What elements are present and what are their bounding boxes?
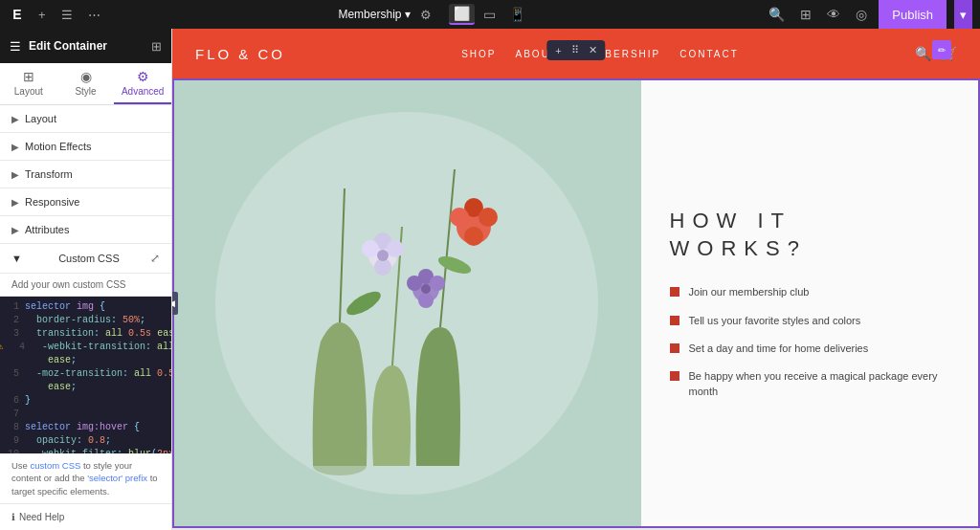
tab-layout[interactable]: ⊞ Layout (0, 63, 57, 104)
left-panel: ☰ Edit Container ⊞ ⊞ Layout ◉ Style ⚙ Ad… (0, 29, 172, 530)
list-view-button[interactable]: ☰ (57, 6, 77, 24)
desktop-view-button[interactable]: ⬜ (449, 4, 475, 25)
arrow-icon: ▶ (11, 142, 19, 152)
gear-button[interactable]: ⚙ (416, 6, 435, 24)
svg-point-12 (362, 240, 379, 257)
style-tab-icon: ◉ (80, 69, 92, 84)
settings-button[interactable]: ⋯ (84, 6, 104, 24)
site-image-side (172, 78, 641, 528)
drag-handle[interactable]: ⠿ (568, 43, 582, 57)
responsive-icon[interactable]: ◎ (852, 5, 871, 24)
search-icon[interactable]: 🔍 (765, 5, 789, 24)
website-preview: FLO & CO SHOP ABOUT MEMBERSHIP CONTACT 🔍… (172, 29, 980, 530)
svg-point-11 (387, 240, 404, 257)
layout-tab-icon: ⊞ (23, 69, 34, 84)
svg-point-19 (418, 293, 434, 308)
nav-contact[interactable]: CONTACT (679, 49, 739, 59)
feature-item-4: Be happy when you receive a magical pack… (670, 369, 951, 399)
publish-dropdown-button[interactable]: ▾ (954, 0, 972, 29)
history-icon[interactable]: ⊞ (796, 5, 815, 24)
arrow-icon: ▶ (11, 197, 19, 208)
mobile-view-button[interactable]: 📱 (504, 5, 530, 24)
custom-css-header: ▼ Custom CSS ⤢ (0, 244, 171, 274)
arrow-icon: ▶ (11, 114, 19, 124)
bullet-icon (670, 371, 679, 381)
css-line-5b: ease; (0, 381, 171, 394)
svg-point-6 (479, 208, 498, 227)
bullet-icon (670, 287, 679, 297)
css-add-note: Add your own custom CSS (0, 274, 171, 297)
feature-item-1: Join our membership club (670, 285, 951, 299)
svg-point-14 (377, 250, 389, 261)
panel-header: ☰ Edit Container ⊞ (0, 29, 171, 63)
section-heading: HOW IT WORKS? (670, 208, 951, 262)
edit-pen-button[interactable]: ✏ (932, 40, 951, 59)
main-area: ☰ Edit Container ⊞ ⊞ Layout ◉ Style ⚙ Ad… (0, 29, 980, 530)
svg-point-22 (435, 253, 473, 276)
publish-button[interactable]: Publish (879, 0, 947, 29)
toolbar-center: Membership ▾ ⚙ ⬜ ▭ 📱 (112, 4, 758, 25)
css-line-2: 2 border-radius: 50%; (0, 314, 171, 327)
advanced-tab-icon: ⚙ (137, 69, 149, 84)
svg-point-17 (430, 276, 445, 291)
svg-point-21 (343, 287, 384, 320)
expand-icon[interactable]: ⤢ (150, 252, 160, 265)
site-text-side: HOW IT WORKS? Join our membership club T… (641, 78, 980, 528)
elementor-logo: E (8, 7, 27, 22)
custom-css-section: ▼ Custom CSS ⤢ Add your own custom CSS 1… (0, 244, 171, 503)
section-motion-effects[interactable]: ▶ Motion Effects (0, 133, 171, 161)
search-nav-icon[interactable]: 🔍 (915, 46, 931, 61)
hamburger-icon[interactable]: ☰ (10, 39, 21, 54)
section-responsive[interactable]: ▶ Responsive (0, 188, 171, 216)
panel-tabs: ⊞ Layout ◉ Style ⚙ Advanced (0, 63, 171, 105)
top-toolbar: E + ☰ ⋯ Membership ▾ ⚙ ⬜ ▭ 📱 🔍 ⊞ 👁 ◎ Pub… (0, 0, 980, 29)
feature-item-2: Tell us your favorite styles and colors (670, 314, 951, 328)
arrow-icon: ▶ (11, 225, 19, 235)
svg-point-20 (421, 284, 431, 294)
css-line-8: 8 selector img:hover { (0, 421, 171, 434)
css-line-7: 7 (0, 408, 171, 421)
tab-advanced[interactable]: ⚙ Advanced (114, 63, 171, 104)
left-panel-toggle[interactable]: ◀ (172, 292, 178, 315)
flower-illustration (215, 112, 598, 495)
membership-button[interactable]: Membership ▾ (338, 8, 411, 21)
grid-icon[interactable]: ⊞ (151, 39, 162, 54)
svg-point-18 (407, 276, 422, 291)
arrow-icon: ▶ (11, 169, 19, 180)
svg-line-3 (440, 169, 455, 327)
section-transform[interactable]: ▶ Transform (0, 161, 171, 188)
section-layout[interactable]: ▶ Layout (0, 105, 171, 133)
css-editor[interactable]: 1 selector img { 2 border-radius: 50%; 3… (0, 297, 171, 453)
bullet-icon (670, 343, 679, 353)
tablet-view-button[interactable]: ▭ (479, 5, 501, 24)
tab-style[interactable]: ◉ Style (57, 63, 115, 104)
canvas-area: FLO & CO SHOP ABOUT MEMBERSHIP CONTACT 🔍… (172, 29, 980, 530)
css-footer-note: Use custom CSS to style your content or … (0, 453, 171, 503)
section-attributes[interactable]: ▶ Attributes (0, 216, 171, 244)
feature-item-3: Set a day and time for home deliveries (670, 342, 951, 356)
css-line-1: 1 selector img { (0, 300, 171, 314)
toolbar-right: 🔍 ⊞ 👁 ◎ Publish ▾ (765, 0, 972, 29)
add-element-button[interactable]: + (34, 6, 50, 24)
css-line-3: 3 transition: all 0.5s ease; (0, 327, 171, 341)
css-line-4: 4 -webkit-transition: all 0.5s (0, 341, 171, 354)
css-line-9: 9 opacity: 0.8; (0, 434, 171, 448)
site-logo: FLO & CO (195, 46, 285, 62)
add-widget-button[interactable]: + (552, 44, 564, 57)
nav-shop[interactable]: SHOP (461, 49, 496, 59)
bullet-icon (670, 316, 679, 325)
svg-point-8 (464, 227, 483, 246)
css-line-10: 10 -webkit-filter: blur(2px); (0, 448, 171, 453)
flower-circle (215, 112, 598, 495)
css-line-4b: ease; (0, 354, 171, 367)
feature-list: Join our membership club Tell us your fa… (670, 285, 951, 399)
need-help[interactable]: ℹ Need Help (0, 503, 171, 530)
css-line-5: 5 -moz-transition: all 0.5s (0, 367, 171, 381)
help-icon: ℹ (11, 512, 15, 522)
css-line-6: 6 } (0, 394, 171, 408)
preview-icon[interactable]: 👁 (823, 5, 844, 24)
custom-css-arrow: ▼ (11, 253, 22, 264)
close-edit-button[interactable]: ✕ (586, 43, 600, 57)
edit-toolbar: + ⠿ ✕ (546, 40, 605, 60)
panel-title: Edit Container (29, 39, 107, 53)
